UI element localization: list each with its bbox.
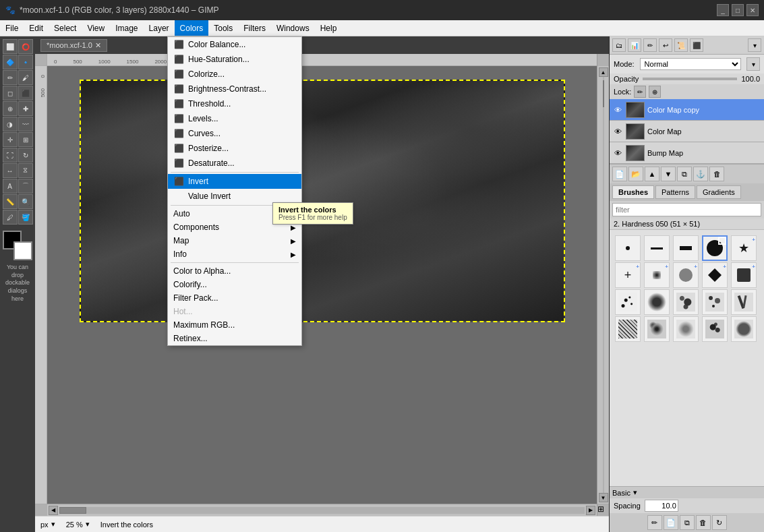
status-zoom[interactable]: 25 % ▾ [66,520,90,529]
tool-erase[interactable]: ◻ [3,86,18,100]
menu-desaturate[interactable]: ⬛ Desaturate... [168,156,301,171]
tool-heal[interactable]: ✚ [18,101,33,116]
layer-item-bump-map[interactable]: 👁 Bump Map [610,142,764,164]
menu-threshold[interactable]: ⬛ Threshold... [168,96,301,111]
menu-windows[interactable]: Windows [271,20,315,36]
tool-measure[interactable]: 📏 [3,194,18,209]
menu-help[interactable]: Help [315,20,343,36]
tool-path[interactable]: ⌒ [18,179,33,194]
scroll-h-track[interactable] [59,507,585,514]
brush-item-10[interactable]: + [731,262,757,288]
paths-icon-btn[interactable]: ✏ [643,38,657,52]
tool-bucket[interactable]: 🪣 [18,210,33,225]
lock-pixels-btn[interactable]: ✏ [634,86,646,98]
canvas-tab[interactable]: *moon.xcf-1.0 ✕ [40,39,107,52]
brush-item-5[interactable]: ★ + [731,235,757,261]
menu-layer[interactable]: Layer [144,20,175,36]
tab-brushes[interactable]: Brushes [612,185,654,199]
scrollbar-vertical[interactable]: ▲ ▼ [597,66,609,504]
brush-item-4[interactable] [702,235,728,261]
tool-pencil[interactable]: ✏ [3,70,18,85]
brush-item-16[interactable] [615,316,641,342]
brush-item-19[interactable] [702,316,728,342]
anchor-layer-btn[interactable]: ⚓ [693,167,708,181]
mode-expand-btn[interactable]: ▾ [746,57,760,71]
menu-image[interactable]: Image [110,20,143,36]
delete-brush-btn[interactable]: 🗑 [696,515,711,530]
tool-ellipse-select[interactable]: ⭕ [18,39,33,54]
brush-item-18[interactable] [673,316,699,342]
new-brush-btn[interactable]: 📄 [664,515,678,530]
lower-layer-btn[interactable]: ▼ [661,167,676,181]
menu-edit[interactable]: Edit [24,20,49,36]
canvas-main[interactable] [47,66,597,504]
menu-tools[interactable]: Tools [208,20,238,36]
menu-select[interactable]: Select [49,20,82,36]
tool-move[interactable]: ✛ [3,132,18,147]
brush-filter-input[interactable] [612,203,761,216]
menu-color-balance[interactable]: ⬛ Color Balance... [168,37,301,52]
channels-icon-btn[interactable]: 📊 [628,38,641,52]
corner-nav[interactable]: ⊞ [597,504,609,516]
tool-color-pick[interactable]: 🖊 [3,210,18,225]
menu-filter-pack[interactable]: Filter Pack... [168,291,301,305]
expand-icon-btn[interactable]: ⬛ [690,38,703,52]
unit-dropdown[interactable]: ▾ [51,520,55,529]
tool-clone[interactable]: ⊕ [3,101,18,116]
brush-item-12[interactable] [644,289,670,315]
scroll-left-btn[interactable]: ◀ [49,506,58,515]
layer-visibility-bump-map[interactable]: 👁 [612,148,623,158]
duplicate-brush-btn[interactable]: ⧉ [680,515,695,530]
tool-fuzzy-select[interactable]: 🔹 [18,55,33,69]
lock-position-btn[interactable]: ⊕ [649,86,661,98]
layers-icon-btn[interactable]: 🗂 [612,38,626,52]
tool-rect-select[interactable]: ⬜ [3,39,18,54]
layer-item-color-map-copy[interactable]: 👁 Color Map copy [610,99,764,121]
brush-item-11[interactable] [615,289,641,315]
menu-value-invert[interactable]: Value Invert [168,189,301,204]
status-unit[interactable]: px ▾ [40,520,55,529]
maximize-button[interactable]: □ [732,4,744,16]
brush-item-17[interactable] [644,316,670,342]
layer-item-color-map[interactable]: 👁 Color Map [610,121,764,142]
title-bar-controls[interactable]: _ □ ✕ [717,4,759,16]
opacity-slider[interactable] [643,78,737,80]
tool-shear[interactable]: ⧖ [18,163,33,178]
menu-colorize[interactable]: ⬛ Colorize... [168,67,301,82]
menu-filters[interactable]: Filters [238,20,271,36]
tool-align[interactable]: ⊞ [18,132,33,147]
menu-maximum-rgb[interactable]: Maximum RGB... [168,318,301,332]
brush-item-7[interactable]: + [644,262,670,288]
menu-levels[interactable]: ⬛ Levels... [168,111,301,126]
brush-item-20[interactable] [731,316,757,342]
zoom-dropdown[interactable]: ▾ [86,520,90,529]
raise-layer-btn[interactable]: ▲ [645,167,659,181]
brush-item-2[interactable] [644,235,670,261]
scroll-up-btn[interactable]: ▲ [599,67,608,77]
delete-layer-btn[interactable]: 🗑 [709,167,724,181]
brush-item-6[interactable]: + + [615,262,641,288]
layer-visibility-color-map[interactable]: 👁 [612,126,623,137]
brush-item-15[interactable] [731,289,757,315]
tool-text[interactable]: A [3,179,18,194]
minimize-button[interactable]: _ [717,4,729,16]
tool-rotate[interactable]: ↻ [18,148,33,162]
tool-free-select[interactable]: 🔷 [3,55,18,69]
spacing-input[interactable] [645,500,678,512]
panel-menu-btn[interactable]: ▾ [748,38,761,52]
brushes-category-dropdown[interactable]: ▾ [633,488,637,497]
menu-invert[interactable]: ⬛ Invert [168,174,301,189]
edit-brush-btn[interactable]: ✏ [647,515,662,530]
undo-icon-btn[interactable]: ↩ [659,38,672,52]
tool-zoom[interactable]: 🔍 [18,194,33,209]
scroll-v-track[interactable] [603,77,604,493]
menu-curves[interactable]: ⬛ Curves... [168,126,301,141]
menu-color-to-alpha[interactable]: Color to Alpha... [168,264,301,278]
tool-dodge[interactable]: ◑ [3,117,18,131]
scroll-v-thumb[interactable] [603,80,604,107]
menu-colorify[interactable]: Colorify... [168,278,301,291]
brushes-grid[interactable]: ★ + + + + + + [610,230,764,486]
menu-brightness-contrast[interactable]: ⬛ Brightness-Contrast... [168,82,301,96]
scrollbar-horizontal[interactable]: ◀ ▶ [47,504,597,516]
close-button[interactable]: ✕ [746,4,759,16]
